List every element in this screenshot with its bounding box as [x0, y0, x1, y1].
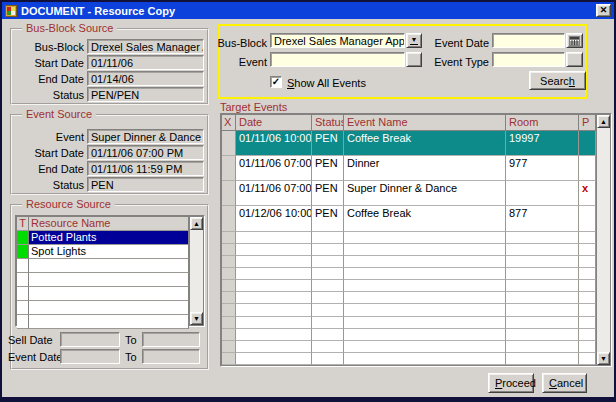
cell-date: [236, 341, 312, 353]
resource-row[interactable]: [17, 301, 189, 315]
es-start-date-field: 01/11/06 07:00 PM: [87, 145, 204, 160]
cell-name: Dinner: [344, 156, 506, 181]
cell-status: [312, 256, 344, 268]
cell-date: [236, 268, 312, 280]
bbs-start-date-field: 01/11/06: [87, 55, 204, 70]
table-row[interactable]: [222, 304, 596, 316]
resource-header-t: T: [17, 217, 29, 231]
cell-p: [579, 206, 596, 231]
resource-row[interactable]: [17, 315, 189, 329]
resource-row[interactable]: Potted Plants: [17, 231, 189, 245]
resource-table-rows: Potted PlantsSpot Lights: [17, 231, 189, 329]
cell-status: PEN: [312, 181, 344, 206]
cell-status: [312, 329, 344, 341]
cell-status: [312, 353, 344, 365]
bus-block-source-title: Bus-Block Source: [22, 22, 117, 34]
event-type-lov-button[interactable]: [566, 52, 583, 67]
resource-flag-green: [17, 245, 29, 259]
scroll-up-icon[interactable]: ▲: [190, 217, 203, 230]
cell-name: [344, 292, 506, 304]
table-row[interactable]: [222, 268, 596, 280]
search-button[interactable]: Search: [529, 71, 586, 90]
resource-table-scrollbar[interactable]: ▲ ▼: [189, 216, 204, 326]
cell-date: [236, 256, 312, 268]
resource-row[interactable]: [17, 273, 189, 287]
resource-name-cell: [29, 315, 189, 329]
cell-status: [312, 292, 344, 304]
sell-date-from-field[interactable]: [60, 332, 120, 347]
bbs-status-label: Status: [22, 89, 84, 101]
sp-event-date-label: Event Date: [430, 37, 489, 49]
sp-event-date-input[interactable]: [492, 33, 565, 48]
resource-name-cell: Spot Lights: [29, 245, 189, 259]
sell-date-to-label: To: [125, 334, 137, 346]
table-row[interactable]: 01/11/06 07:00 PMPENDinner977: [222, 156, 596, 181]
scroll-down-icon[interactable]: ▼: [190, 312, 203, 325]
cell-x: [222, 304, 236, 316]
event-lov-button[interactable]: [406, 52, 422, 67]
scroll-up-icon[interactable]: ▲: [597, 115, 610, 128]
table-row[interactable]: [222, 329, 596, 341]
sell-date-to-field[interactable]: [142, 332, 200, 347]
table-row[interactable]: 01/12/06 10:00 AMPENCoffee Break877: [222, 206, 596, 231]
resource-name-cell: [29, 259, 189, 273]
es-status-field: PEN: [87, 177, 204, 192]
resource-flag-green: [17, 231, 29, 245]
table-row[interactable]: [222, 341, 596, 353]
close-icon[interactable]: ✕: [596, 4, 611, 17]
table-row[interactable]: [222, 256, 596, 268]
table-row[interactable]: [222, 244, 596, 256]
cell-p: [579, 256, 596, 268]
cell-x: [222, 329, 236, 341]
cell-p: [579, 292, 596, 304]
table-row[interactable]: [222, 292, 596, 304]
table-row[interactable]: 01/11/06 10:00 AMPENCoffee Break19997: [222, 131, 596, 156]
sp-event-input[interactable]: [270, 52, 405, 67]
cell-room: [506, 232, 579, 244]
cell-p: [579, 317, 596, 329]
table-row[interactable]: [222, 317, 596, 329]
table-row[interactable]: [222, 353, 596, 365]
cell-date: 01/11/06 07:00 PM: [236, 156, 312, 181]
cell-name: [344, 329, 506, 341]
bus-block-dropdown-button[interactable]: ▼: [406, 33, 422, 48]
cell-x: [222, 292, 236, 304]
calendar-button[interactable]: [566, 33, 583, 48]
resource-name-cell: [29, 273, 189, 287]
cell-room: [506, 244, 579, 256]
sp-event-type-input[interactable]: [492, 52, 565, 67]
event-date-from-field[interactable]: [60, 349, 120, 364]
cell-room: [506, 268, 579, 280]
resource-row[interactable]: Spot Lights: [17, 245, 189, 259]
bbs-bus-block-field: Drexel Sales Manager Appr: [87, 39, 204, 54]
scroll-down-icon[interactable]: ▼: [597, 352, 610, 365]
cell-p: [579, 280, 596, 292]
show-all-events-checkbox[interactable]: ✓: [270, 76, 282, 88]
resource-row[interactable]: [17, 259, 189, 273]
cell-name: [344, 317, 506, 329]
sp-bus-block-input[interactable]: Drexel Sales Manager Appreciati: [270, 33, 405, 48]
table-row[interactable]: 01/11/06 07:00 PMPEN Super Dinner & Danc…: [222, 181, 596, 206]
sell-date-label: Sell Date: [8, 334, 52, 346]
cell-x: [222, 341, 236, 353]
proceed-button[interactable]: Proceed: [488, 373, 534, 393]
target-events-rows: 01/11/06 10:00 AMPENCoffee Break1999701/…: [222, 131, 596, 365]
bbs-start-date-label: Start Date: [22, 57, 84, 69]
cancel-button[interactable]: Cancel: [542, 373, 587, 393]
table-row[interactable]: [222, 232, 596, 244]
cell-date: [236, 329, 312, 341]
cell-room: 877: [506, 206, 579, 231]
target-events-header: X Date Status Event Name Room P: [222, 115, 596, 131]
cell-date: [236, 317, 312, 329]
resource-row[interactable]: [17, 287, 189, 301]
cell-status: [312, 280, 344, 292]
cell-date: [236, 304, 312, 316]
event-date-to-field[interactable]: [142, 349, 200, 364]
cell-x: [222, 268, 236, 280]
cell-date: 01/11/06 10:00 AM: [236, 131, 312, 156]
table-row[interactable]: [222, 280, 596, 292]
cell-room: 19997: [506, 131, 579, 156]
resource-flag-empty: [17, 259, 29, 273]
target-events-scrollbar[interactable]: ▲ ▼: [596, 114, 611, 366]
header-event-name: Event Name: [344, 115, 506, 131]
